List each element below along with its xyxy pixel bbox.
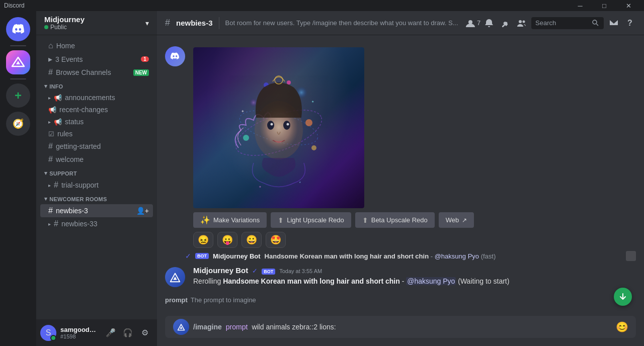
announcements-icon: 📢 xyxy=(54,94,62,102)
members-panel-button[interactable] xyxy=(515,17,527,29)
pin-button[interactable] xyxy=(499,17,511,29)
support-category[interactable]: ▾ SUPPORT xyxy=(36,168,157,179)
sidebar-item-getting-started[interactable]: # getting-started xyxy=(40,140,153,153)
sidebar-item-label-browse: Browse Channels xyxy=(56,68,111,76)
server-midjourney[interactable] xyxy=(6,50,30,74)
image-message-content: ✦ ★ ✦ ★ ✨ xyxy=(193,45,636,248)
image-canvas: ✦ ★ ✦ ★ xyxy=(193,47,364,208)
reroll-bot-avatar xyxy=(165,267,185,287)
sidebar-item-browse[interactable]: # Browse Channels NEW xyxy=(40,66,153,79)
sidebar-item-events[interactable]: ▸ 3 Events 1 xyxy=(40,52,153,66)
newcomer-category-label: NEWCOMER ROOMS xyxy=(49,196,107,202)
svg-text:✦: ✦ xyxy=(259,185,262,189)
reroll-bold-text: Handsome Korean man with long hair and s… xyxy=(223,277,400,285)
reaction-angry[interactable]: 😖 xyxy=(193,232,213,248)
minimize-button[interactable]: ─ xyxy=(569,0,592,11)
server-name: Midjourney xyxy=(44,15,85,24)
reaction-star-eyes[interactable]: 🤩 xyxy=(266,232,286,248)
search-bar[interactable]: Search xyxy=(531,17,604,29)
scroll-to-bottom-button[interactable] xyxy=(614,288,632,306)
explore-servers-button[interactable]: 🧭 xyxy=(6,112,30,136)
close-button[interactable]: ✕ xyxy=(617,0,640,11)
user-info: samgoodw... #1598 xyxy=(60,326,99,339)
svg-line-3 xyxy=(597,24,599,26)
svg-point-17 xyxy=(287,123,289,126)
notif-action-icon[interactable] xyxy=(626,251,636,261)
sidebar-item-label-status: status xyxy=(65,118,84,126)
message-input[interactable] xyxy=(248,317,616,337)
status-icon: 📢 xyxy=(54,118,62,126)
channel-hash-icon: # xyxy=(165,18,170,28)
server-status: Public xyxy=(44,24,85,31)
search-placeholder: Search xyxy=(535,19,556,27)
face-illustration: ✦ ★ ✦ ★ xyxy=(228,57,329,198)
status-dot xyxy=(44,25,48,29)
bot-badge: BOT xyxy=(262,269,275,275)
header-divider xyxy=(219,17,219,29)
light-upscale-redo-button[interactable]: ⬆ Light Upscale Redo xyxy=(271,212,351,228)
svg-point-10 xyxy=(311,145,316,150)
inbox-button[interactable] xyxy=(608,17,620,29)
main-content: # newbies-3 Bot room for new users. Type… xyxy=(157,11,644,346)
info-category[interactable]: ▾ INFO xyxy=(36,81,157,92)
verified-checkmark: ✓ xyxy=(252,267,258,275)
web-button[interactable]: Web ↗ xyxy=(439,212,474,228)
discord-home-icon[interactable] xyxy=(6,17,30,41)
user-discriminator: #1598 xyxy=(60,333,99,339)
sidebar-item-label-events: 3 Events xyxy=(55,55,83,63)
newcomer-category[interactable]: ▾ NEWCOMER ROOMS xyxy=(36,194,157,204)
sidebar-item-announcements[interactable]: ▸ 📢 announcements xyxy=(40,92,153,104)
svg-text:★: ★ xyxy=(311,100,314,103)
maximize-button[interactable]: □ xyxy=(593,0,616,11)
sidebar-item-home[interactable]: ⌂ Home xyxy=(40,39,153,52)
info-chevron-icon: ▾ xyxy=(44,83,47,90)
mic-button[interactable]: 🎤 xyxy=(103,325,119,341)
announcements-arrow-icon: ▸ xyxy=(48,95,51,101)
reaction-row: 😖 😛 😀 🤩 xyxy=(193,232,636,248)
sidebar-item-rules[interactable]: ☑ rules xyxy=(40,128,153,140)
message-input-wrapper: /imagine prompt 😊 xyxy=(165,316,636,338)
trial-support-hash-icon: # xyxy=(54,181,58,190)
help-button[interactable]: ? xyxy=(624,17,636,29)
username: samgoodw... xyxy=(60,326,99,333)
sidebar-item-label-welcome: welcome xyxy=(56,155,84,163)
svg-point-16 xyxy=(271,123,273,126)
server-discord-home[interactable] xyxy=(6,17,30,41)
support-section: ▾ SUPPORT ▸ # trial-support xyxy=(36,168,157,192)
command-arg: prompt xyxy=(226,323,248,331)
message-spacer xyxy=(157,289,644,294)
light-upscale-icon: ⬆ xyxy=(278,216,284,224)
bot-badge-small: BOT xyxy=(195,253,209,259)
svg-text:★: ★ xyxy=(299,181,301,184)
make-variations-label: Make Variations xyxy=(213,216,260,224)
sidebar-item-trial-support[interactable]: ▸ # trial-support xyxy=(40,179,153,192)
sidebar-item-label-getting-started: getting-started xyxy=(56,142,101,150)
svg-point-11 xyxy=(287,80,291,84)
settings-button[interactable]: ⚙ xyxy=(137,325,153,341)
make-variations-button[interactable]: ✨ Make Variations xyxy=(193,212,267,228)
members-button[interactable]: 7 xyxy=(467,17,479,29)
prompt-hint: The prompt to imagine xyxy=(191,296,256,304)
midjourney-server-icon[interactable] xyxy=(6,50,30,74)
channel-header-name: newbies-3 xyxy=(176,19,213,27)
headphones-button[interactable]: 🎧 xyxy=(120,325,136,341)
sidebar-item-welcome[interactable]: # welcome xyxy=(40,153,153,166)
server-header[interactable]: Midjourney Public ▾ xyxy=(36,11,157,35)
reaction-tongue[interactable]: 😛 xyxy=(217,232,237,248)
newbies-33-hash-icon: # xyxy=(54,219,58,228)
input-area: /imagine prompt 😊 xyxy=(157,316,644,346)
command-prefix: /imagine prompt xyxy=(193,323,248,331)
notifications-button[interactable] xyxy=(483,17,495,29)
reaction-grin[interactable]: 😀 xyxy=(242,232,262,248)
sidebar-item-newbies-33[interactable]: ▸ # newbies-33 xyxy=(40,217,153,230)
sidebar-item-status[interactable]: ▸ 📢 status xyxy=(40,116,153,128)
verified-icon-small: ✓ xyxy=(185,252,191,260)
sidebar-item-label-rules: rules xyxy=(57,130,72,138)
emoji-button[interactable]: 😊 xyxy=(616,321,628,333)
beta-upscale-redo-button[interactable]: ⬆ Beta Upscale Redo xyxy=(355,212,435,228)
add-server-button[interactable]: + xyxy=(6,83,30,108)
sidebar-item-recent-changes[interactable]: 📢 recent-changes xyxy=(40,104,153,116)
sidebar-item-newbies-3[interactable]: # newbies-3 👤+ xyxy=(40,204,153,217)
home-icon: ⌂ xyxy=(48,41,53,50)
svg-point-9 xyxy=(243,135,249,141)
